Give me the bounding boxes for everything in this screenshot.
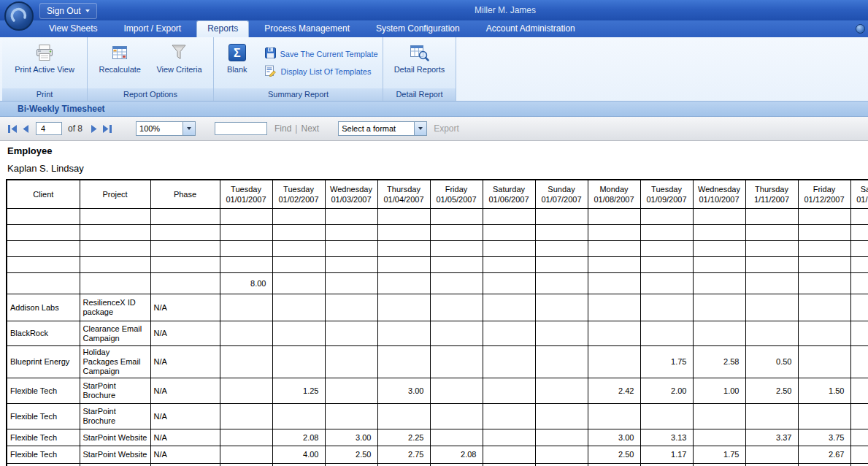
prev-page-button[interactable] xyxy=(20,124,31,134)
button-label: Recalculate xyxy=(99,65,140,74)
export-format-select[interactable]: Select a format xyxy=(338,121,427,136)
ribbon-group-label: Detail Report xyxy=(383,88,456,101)
table-row: Flexible TechStarPoint WebsiteN/A xyxy=(7,464,868,466)
date-column-header: Friday01/12/2007 xyxy=(798,180,850,209)
hours-cell: 3.00 xyxy=(588,429,640,446)
text-cell: Flexible Tech xyxy=(7,446,80,464)
hours-cell xyxy=(377,321,430,346)
hours-cell xyxy=(693,257,745,273)
text-cell: Flexible Tech xyxy=(7,429,80,446)
recalculate-button[interactable]: Recalculate xyxy=(94,39,145,75)
text-cell xyxy=(150,241,220,257)
hours-cell xyxy=(850,464,868,466)
hours-cell: 1.75 xyxy=(693,446,745,464)
tab-account-administration[interactable]: Account Administration xyxy=(475,20,586,37)
tab-reports[interactable]: Reports xyxy=(196,20,249,37)
report-content: Employee Kaplan S. Lindsay ClientProject… xyxy=(0,141,868,466)
hours-cell xyxy=(693,429,745,446)
hours-cell xyxy=(693,464,745,466)
hours-cell xyxy=(588,273,640,294)
hours-cell xyxy=(798,241,850,257)
view-criteria-button[interactable]: View Criteria xyxy=(152,39,206,75)
dropdown-button[interactable] xyxy=(183,122,195,135)
table-row: Flexible TechStarPoint WebsiteN/A2.083.0… xyxy=(7,429,868,446)
hours-cell xyxy=(272,464,325,466)
hours-cell: 4.00 xyxy=(272,446,325,464)
hours-cell xyxy=(798,346,850,378)
text-cell xyxy=(80,209,150,225)
text-cell: N/A xyxy=(150,294,220,321)
zoom-select[interactable]: 100% xyxy=(136,121,196,136)
hours-cell xyxy=(588,294,640,321)
print-active-view-button[interactable]: Print Active View xyxy=(10,39,79,75)
hours-cell xyxy=(535,257,588,273)
hours-cell xyxy=(693,241,745,257)
app-window: Sign Out Miller M. James View Sheets Imp… xyxy=(0,0,868,466)
next-page-icon xyxy=(90,124,99,134)
hours-cell xyxy=(325,404,377,429)
tab-system-configuration[interactable]: System Configuration xyxy=(365,20,471,37)
hours-cell xyxy=(483,257,535,273)
detail-report-icon xyxy=(409,42,429,64)
hours-cell: 2.25 xyxy=(377,429,430,446)
hours-cell xyxy=(535,446,588,464)
text-cell: N/A xyxy=(150,346,220,378)
hours-cell xyxy=(483,241,535,257)
sign-out-button[interactable]: Sign Out xyxy=(39,3,97,19)
save-current-template-button[interactable]: Save The Current Template xyxy=(262,46,381,61)
text-cell: StarPoint Brochure xyxy=(80,404,150,429)
hours-cell xyxy=(220,241,272,257)
next-page-button[interactable] xyxy=(88,124,100,134)
hours-cell xyxy=(483,378,535,404)
hours-cell: 3.00 xyxy=(377,378,430,404)
export-link[interactable]: Export xyxy=(434,123,459,134)
hours-cell xyxy=(220,209,272,225)
hours-cell xyxy=(588,257,640,273)
hours-cell xyxy=(850,321,868,346)
blank-summary-button[interactable]: Σ Blank xyxy=(223,39,252,75)
date-column-header: Wednesday01/10/2007 xyxy=(693,180,745,209)
find-link[interactable]: Find xyxy=(274,123,291,134)
hours-cell xyxy=(745,464,798,466)
hours-cell xyxy=(220,404,272,429)
main-menu-tabs: View Sheets Import / Export Reports Proc… xyxy=(0,20,868,37)
last-page-button[interactable] xyxy=(100,124,114,134)
display-templates-button[interactable]: Display List Of Templates xyxy=(262,64,381,80)
hours-cell xyxy=(798,257,850,273)
hours-cell xyxy=(798,464,850,466)
date-column-header: Tuesday01/01/2007 xyxy=(220,180,272,209)
text-cell: Flexible Tech xyxy=(7,464,80,466)
text-cell xyxy=(7,209,80,225)
ribbon-group-print: Print Active View Print xyxy=(2,37,88,101)
text-cell xyxy=(150,225,220,241)
hours-cell: 0.50 xyxy=(745,346,798,378)
hours-cell xyxy=(220,464,272,466)
tab-import-export[interactable]: Import / Export xyxy=(113,20,193,37)
text-cell xyxy=(80,241,150,257)
employee-name: Kaplan S. Lindsay xyxy=(7,163,868,174)
table-row: Blueprint EnergyHoliday Packages Email C… xyxy=(7,346,868,378)
help-icon[interactable] xyxy=(856,24,865,34)
page-number-input[interactable] xyxy=(36,122,62,135)
tab-process-management[interactable]: Process Management xyxy=(253,20,361,37)
hours-cell xyxy=(535,464,588,466)
dropdown-button[interactable] xyxy=(414,122,426,135)
text-cell xyxy=(7,257,80,273)
hours-cell xyxy=(483,209,535,225)
first-page-icon xyxy=(7,124,18,134)
next-result-link[interactable]: Next xyxy=(301,123,319,134)
text-cell: Blueprint Energy xyxy=(7,346,80,378)
hours-cell xyxy=(377,257,430,273)
column-header: Phase xyxy=(150,180,220,209)
hours-cell: 1.25 xyxy=(272,378,325,404)
report-viewer-toolbar: of 8 100% Find | Next Select a format xyxy=(0,117,868,141)
search-input[interactable] xyxy=(215,122,267,135)
hours-cell xyxy=(272,404,325,429)
first-page-button[interactable] xyxy=(6,124,20,134)
text-cell: N/A xyxy=(150,464,220,466)
tab-view-sheets[interactable]: View Sheets xyxy=(38,20,109,37)
hours-cell xyxy=(850,241,868,257)
hours-cell xyxy=(325,209,377,225)
hours-cell xyxy=(535,321,588,346)
detail-reports-button[interactable]: Detail Reports xyxy=(390,39,450,75)
